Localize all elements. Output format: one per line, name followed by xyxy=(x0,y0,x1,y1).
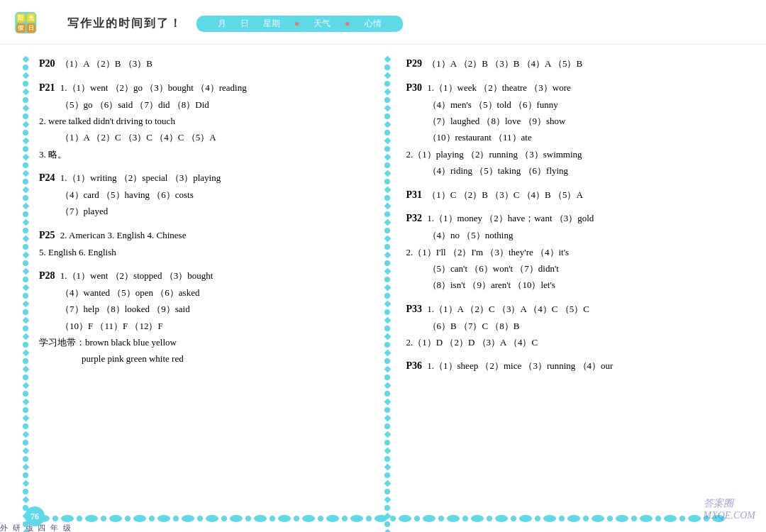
p21-line4: （1）A （2）C （3）C （4）C （5）A xyxy=(39,129,364,145)
p32-line1: 1.（1）money （2）have；want （3）gold xyxy=(427,213,594,223)
p28-line5: 学习地带：brown black blue yellow xyxy=(39,334,364,350)
p30-line1: 1.（1）week （2）theatre （3）wore xyxy=(427,82,571,93)
answer-block-p31: P31 （1）C （2）B （3）C （4）B （5）A xyxy=(406,187,731,204)
p33-line2: （6）B （7）C （8）B xyxy=(406,318,731,334)
p25-line1: 2. American 3. English 4. Chinese xyxy=(60,230,187,240)
bar-day: 日 xyxy=(240,18,249,30)
bar-mood: 心情 xyxy=(365,18,382,30)
p20-line1: （1）A （2）B （3）B xyxy=(60,58,152,69)
page-label-p25: P25 xyxy=(39,230,55,240)
answer-block-p24: P24 1.（1）writing （2）special （3）playing （… xyxy=(39,170,364,220)
p31-line1: （1）C （2）B （3）C （4）B （5）A xyxy=(427,189,583,200)
logo-wrapper: 阳 光 假 日 外 研 版 四 年 级 xyxy=(14,6,50,41)
bar-dot2: ● xyxy=(345,18,350,29)
p30-line5: 2.（1）playing （2）running （3）swimming xyxy=(406,146,731,162)
page-label-p30: P30 xyxy=(406,82,423,93)
page-label-p31: P31 xyxy=(406,189,423,200)
p30-line6: （4）riding （5）taking （6）flying xyxy=(406,162,731,179)
bar-dot1: ● xyxy=(294,18,299,29)
header: 阳 光 假 日 外 研 版 四 年 级 写作业的时间到了！ 月 日 星期 ● 天… xyxy=(0,0,766,45)
bar-month: 月 xyxy=(218,18,226,30)
page-label-p28: P28 xyxy=(39,270,55,281)
svg-text:假: 假 xyxy=(17,25,24,31)
page-label-p33: P33 xyxy=(406,304,423,314)
page-number: 76 xyxy=(25,506,45,526)
answer-block-p20: P20 （1）A （2）B （3）B xyxy=(39,55,364,72)
p21-line2: （5）go （6）said （7）did （8）Did xyxy=(39,96,364,113)
p32-line4: （5）can't （6）won't （7）didn't xyxy=(406,260,731,277)
bar-weekday: 星期 xyxy=(263,18,280,30)
p21-line1: 1.（1）went （2）go （3）bought （4）reading xyxy=(60,82,247,93)
bar-weather: 天气 xyxy=(313,18,331,30)
svg-text:日: 日 xyxy=(28,25,34,31)
p33-line3: 2.（1）D （2）D （3）A （4）C xyxy=(406,334,731,350)
page-label-p36: P36 xyxy=(406,360,423,371)
p33-line1: 1.（1）A （2）C （3）A （4）C （5）C xyxy=(427,304,589,314)
p28-line2: （4）wanted （5）open （6）asked xyxy=(39,284,364,301)
logo-icon: 阳 光 假 日 xyxy=(14,6,50,41)
right-column: P29 （1）A （2）B （3）B （4）A （5）B P30 1.（1）we… xyxy=(385,55,731,502)
p24-line1: 1.（1）writing （2）special （3）playing xyxy=(60,172,221,183)
answer-block-p33: P33 1.（1）A （2）C （3）A （4）C （5）C （6）B （7）C… xyxy=(406,301,731,351)
page-label-p29: P29 xyxy=(406,58,423,69)
bottom-wave xyxy=(0,505,766,532)
p24-line2: （4）card （5）having （6）costs xyxy=(39,187,364,203)
svg-text:阳: 阳 xyxy=(18,15,23,21)
page-label-p21: P21 xyxy=(39,82,55,93)
answer-block-p29: P29 （1）A （2）B （3）B （4）A （5）B xyxy=(406,55,731,72)
p30-line4: （10）restaurant （11）ate xyxy=(406,129,731,145)
answer-block-p30: P30 1.（1）week （2）theatre （3）wore （4）men'… xyxy=(406,79,731,179)
p32-line5: （8）isn't （9）aren't （10）let's xyxy=(406,277,731,293)
page-label-p20: P20 xyxy=(39,58,55,69)
p24-line3: （7）played xyxy=(39,203,364,219)
p28-line4: （10）F （11）F （12）F xyxy=(39,318,364,334)
p25-line2: 5. English 6. English xyxy=(39,244,364,260)
p28-line1: 1.（1）went （2）stopped （3）bought xyxy=(60,270,213,281)
answer-block-p25: P25 2. American 3. English 4. Chinese 5.… xyxy=(39,227,364,260)
p29-line1: （1）A （2）B （3）B （4）A （5）B xyxy=(427,58,582,69)
p30-line3: （7）laughed （8）love （9）show xyxy=(406,113,731,129)
answer-block-p28: P28 1.（1）went （2）stopped （3）bought （4）wa… xyxy=(39,267,364,367)
watermark-url: MXQE.COM xyxy=(704,510,756,521)
answer-block-p21: P21 1.（1）went （2）go （3）bought （4）reading… xyxy=(39,79,364,162)
p36-line1: 1.（1）sheep （2）mice （3）running （4）our xyxy=(427,360,613,371)
p30-line2: （4）men's （5）told （6）funny xyxy=(406,96,731,113)
p32-line3: 2.（1）I'll （2）I'm （3）they're （4）it's xyxy=(406,244,731,260)
p32-line2: （4）no （5）nothing xyxy=(406,227,731,243)
p28-line6: purple pink green white red xyxy=(39,350,364,367)
left-column: P20 （1）A （2）B （3）B P21 1.（1）went （2）go （… xyxy=(39,55,385,502)
watermark: 答案圈 MXQE.COM xyxy=(704,497,756,521)
header-title: 写作业的时间到了！ xyxy=(67,16,182,31)
left-dots-border xyxy=(21,57,30,504)
p21-line3: 2. were talked didn't driving to touch xyxy=(39,113,364,129)
watermark-text: 答案圈 xyxy=(704,498,733,509)
page-label-p24: P24 xyxy=(39,172,55,183)
p21-line5: 3. 略。 xyxy=(39,146,364,162)
center-divider xyxy=(383,57,392,504)
svg-text:光: 光 xyxy=(28,15,34,21)
answer-block-p32: P32 1.（1）money （2）have；want （3）gold （4）n… xyxy=(406,210,731,293)
answer-block-p36: P36 1.（1）sheep （2）mice （3）running （4）our xyxy=(406,358,731,375)
header-bar: 月 日 星期 ● 天气 ● 心情 xyxy=(196,16,403,32)
page-label-p32: P32 xyxy=(406,213,423,223)
p28-line3: （7）help （8）looked （9）said xyxy=(39,301,364,317)
